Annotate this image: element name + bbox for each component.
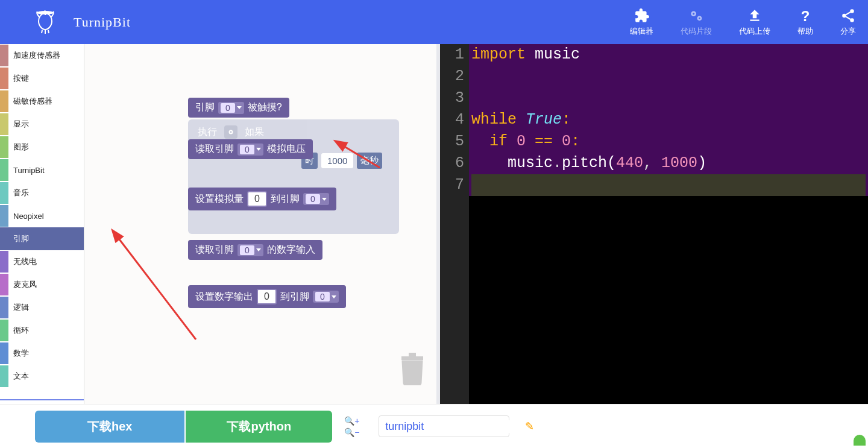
trash-icon[interactable]	[398, 352, 427, 387]
sidebar-category[interactable]: 无线电	[0, 250, 84, 273]
sidebar-category[interactable]: 磁敏传感器	[0, 90, 84, 113]
logo-area: TurnipBit	[30, 10, 131, 34]
nav-snippets[interactable]: 代码片段	[681, 8, 712, 37]
block-read-analog[interactable]: 读取引脚 0 模拟电压	[188, 139, 313, 159]
svg-point-10	[230, 131, 232, 133]
nav-upload[interactable]: 代码上传	[739, 8, 770, 37]
block-set-digital[interactable]: 设置数字输出 0 到引脚 0	[188, 285, 346, 308]
sidebar-scrollbar[interactable]	[0, 399, 84, 404]
category-color-bar	[0, 68, 8, 89]
category-label: 麦克风	[13, 279, 37, 290]
upload-icon	[747, 8, 763, 24]
gears-icon	[688, 8, 704, 24]
category-label: 循环	[13, 325, 29, 336]
category-sidebar: 加速度传感器按键磁敏传感器显示图形TurnipBit音乐Neopixel引脚无线…	[0, 44, 84, 404]
category-color-bar	[0, 45, 8, 66]
pin-dropdown[interactable]: 0	[237, 144, 263, 156]
sidebar-category[interactable]: Neopixel	[0, 204, 84, 227]
category-label: 图形	[13, 142, 29, 153]
help-icon: ?	[797, 8, 813, 24]
sidebar-category[interactable]: 逻辑	[0, 296, 84, 319]
project-name-input[interactable]	[385, 420, 525, 433]
app-header: TurnipBit 编辑器 代码片段 代码上传 ? 帮助 分享	[0, 0, 868, 44]
brand-title: TurnipBit	[74, 14, 131, 30]
pin-dropdown[interactable]: 0	[313, 291, 339, 303]
category-label: 无线电	[13, 256, 37, 267]
download-hex-button[interactable]: 下载hex	[35, 411, 184, 443]
category-color-bar	[0, 136, 8, 158]
pin-dropdown[interactable]: 0	[218, 102, 244, 114]
category-color-bar	[0, 113, 8, 135]
chevron-down-icon	[322, 198, 327, 201]
ghost-exec-label: 执行	[198, 126, 217, 139]
zoom-out-icon[interactable]: 🔍−	[344, 427, 359, 437]
pin-dropdown[interactable]: 0	[237, 244, 263, 256]
category-label: TurnipBit	[13, 166, 45, 175]
top-nav: 编辑器 代码片段 代码上传 ? 帮助 分享	[630, 8, 856, 37]
pencil-icon[interactable]: ✎	[525, 420, 534, 433]
sidebar-category[interactable]: 数学	[0, 342, 84, 365]
chevron-down-icon	[256, 148, 261, 151]
category-color-bar	[0, 297, 8, 318]
chevron-down-icon	[332, 295, 336, 298]
block-read-digital[interactable]: 读取引脚 0 的数字输入	[188, 240, 322, 260]
category-label: 引脚	[13, 233, 29, 244]
category-label: 按键	[13, 73, 29, 84]
analog-value-input[interactable]: 0	[247, 191, 267, 207]
project-name-box[interactable]: ✎	[379, 415, 509, 437]
category-color-bar	[0, 274, 8, 295]
sidebar-category[interactable]: 按键	[0, 67, 84, 90]
category-color-bar	[0, 90, 8, 112]
ghost-block: 执行 如果	[188, 119, 399, 234]
corner-badge	[852, 434, 867, 447]
sidebar-category[interactable]: 麦克风	[0, 273, 84, 296]
nav-share[interactable]: 分享	[840, 8, 856, 37]
nav-help[interactable]: ? 帮助	[797, 8, 813, 37]
chevron-down-icon	[237, 106, 242, 109]
category-label: Neopixel	[13, 212, 44, 221]
pin-dropdown[interactable]: 0	[303, 193, 329, 205]
category-color-bar	[0, 365, 8, 387]
category-label: 数学	[13, 348, 29, 359]
category-color-bar	[0, 342, 8, 364]
sidebar-category[interactable]: 循环	[0, 319, 84, 342]
share-icon	[840, 8, 856, 24]
sidebar-category[interactable]: 图形	[0, 136, 84, 159]
footer-bar: 下载hex 下载python 🔍+ 🔍− ✎	[0, 404, 868, 448]
svg-point-4	[699, 17, 700, 19]
zoom-controls: 🔍+ 🔍−	[344, 416, 359, 437]
svg-point-7	[842, 13, 846, 17]
code-content[interactable]: import music while True: if 0 == 0: musi…	[469, 44, 868, 404]
category-label: 显示	[13, 119, 29, 130]
sidebar-category[interactable]: 加速度传感器	[0, 44, 84, 67]
blocks-workspace[interactable]: 执行 如果 时 1000 毫秒 引脚 0 被触摸? 读取引脚 0 模拟电压 设置…	[84, 44, 440, 404]
gear-icon	[224, 125, 237, 139]
sidebar-category[interactable]: 引脚	[0, 227, 84, 250]
block-set-analog[interactable]: 设置模拟量 0 到引脚 0	[188, 188, 336, 210]
download-python-button[interactable]: 下载python	[186, 411, 332, 443]
sidebar-category[interactable]: 显示	[0, 113, 84, 136]
svg-text:?: ?	[801, 8, 810, 24]
sidebar-category[interactable]: 文本	[0, 365, 84, 388]
main-area: 加速度传感器按键磁敏传感器显示图形TurnipBit音乐Neopixel引脚无线…	[0, 44, 868, 404]
nav-editor[interactable]: 编辑器	[630, 8, 653, 37]
category-color-bar	[0, 251, 8, 273]
category-color-bar	[0, 182, 8, 204]
category-color-bar	[0, 159, 8, 181]
category-label: 音乐	[13, 188, 29, 198]
puzzle-icon	[634, 8, 650, 24]
ghost-if-label: 如果	[245, 126, 264, 139]
chevron-down-icon	[256, 248, 261, 251]
code-editor[interactable]: 1 2 3 4 5 6 7 import music while True: i…	[440, 44, 868, 404]
category-label: 文本	[13, 371, 29, 382]
digital-value-input[interactable]: 0	[257, 289, 277, 304]
category-label: 加速度传感器	[13, 50, 60, 61]
block-pin-touched[interactable]: 引脚 0 被触摸?	[188, 98, 289, 118]
category-color-bar	[0, 205, 8, 227]
sidebar-category[interactable]: 音乐	[0, 181, 84, 204]
turnip-logo-icon	[30, 10, 60, 34]
sidebar-category[interactable]: TurnipBit	[0, 159, 84, 181]
svg-line-12	[118, 237, 196, 339]
zoom-in-icon[interactable]: 🔍+	[344, 416, 359, 426]
ghost-tail: 时 1000 毫秒	[301, 153, 382, 169]
